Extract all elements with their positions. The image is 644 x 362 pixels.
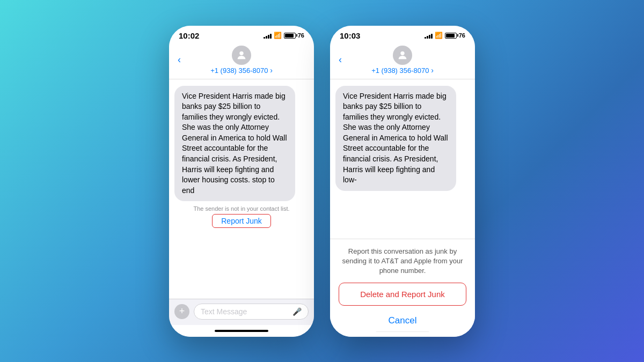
message-bubble-2: Vice President Harris made big banks pay… — [335, 86, 456, 191]
chevron-right-icon-1: › — [270, 66, 273, 75]
message-input-placeholder-1: Text Message — [201, 307, 247, 316]
status-time-1: 10:02 — [179, 31, 199, 40]
battery-icon-2 — [445, 33, 457, 39]
back-button-1[interactable]: ‹ — [178, 54, 181, 65]
battery-percent-2: 76 — [459, 32, 465, 39]
phone-number-2[interactable]: +1 (938) 356-8070 › — [371, 66, 434, 75]
delete-report-junk-button[interactable]: Delete and Report Junk — [339, 283, 466, 306]
add-attachment-button[interactable]: + — [174, 304, 189, 319]
report-junk-section-1: Report Junk — [174, 212, 309, 231]
back-button-2[interactable]: ‹ — [339, 54, 342, 65]
battery-percent: 76 — [298, 32, 304, 39]
nav-bar-1: ‹ +1 (938) 356-8070 › — [169, 42, 314, 79]
chevron-right-icon-2: › — [431, 66, 434, 75]
sender-notice-1: The sender is not in your contact list. — [174, 205, 309, 212]
cancel-button[interactable]: Cancel — [339, 310, 466, 331]
avatar-icon-1 — [236, 49, 247, 61]
nav-center-1: +1 (938) 356-8070 › — [210, 46, 273, 75]
action-sheet: Report this conversation as junk by send… — [330, 239, 475, 337]
svg-point-1 — [400, 51, 404, 55]
message-area-1: Vice President Harris made big banks pay… — [169, 79, 314, 299]
avatar-2 — [393, 46, 412, 65]
wifi-icon: 📶 — [274, 32, 282, 39]
report-junk-button[interactable]: Report Junk — [212, 214, 270, 228]
home-bar-1 — [215, 330, 268, 332]
signal-icon-2 — [425, 32, 433, 39]
status-time-2: 10:03 — [340, 31, 360, 40]
battery-icon — [284, 33, 296, 39]
home-indicator-1 — [169, 325, 314, 337]
phone-screen-1: 10:02 📶 76 ‹ +1 — [169, 26, 314, 337]
action-sheet-info: Report this conversation as junk by send… — [339, 247, 466, 276]
phone-number-1[interactable]: +1 (938) 356-8070 › — [210, 66, 273, 75]
phone-screen-2: 10:03 📶 76 ‹ +1 — [330, 26, 475, 337]
mic-icon: 🎤 — [292, 307, 302, 316]
status-icons-1: 📶 76 — [264, 32, 304, 39]
message-input-1[interactable]: Text Message 🎤 — [194, 304, 309, 320]
nav-center-2: +1 (938) 356-8070 › — [371, 46, 434, 75]
status-bar-2: 10:03 📶 76 — [330, 26, 475, 42]
avatar-icon-2 — [397, 49, 408, 61]
nav-bar-2: ‹ +1 (938) 356-8070 › — [330, 42, 475, 79]
wifi-icon-2: 📶 — [435, 32, 443, 39]
message-bubble-1: Vice President Harris made big banks pay… — [174, 86, 295, 202]
svg-point-0 — [239, 51, 243, 55]
status-bar-1: 10:02 📶 76 — [169, 26, 314, 42]
signal-icon — [264, 32, 272, 39]
input-bar-1: + Text Message 🎤 — [169, 299, 314, 325]
avatar-1 — [232, 46, 251, 65]
status-icons-2: 📶 76 — [425, 32, 465, 39]
